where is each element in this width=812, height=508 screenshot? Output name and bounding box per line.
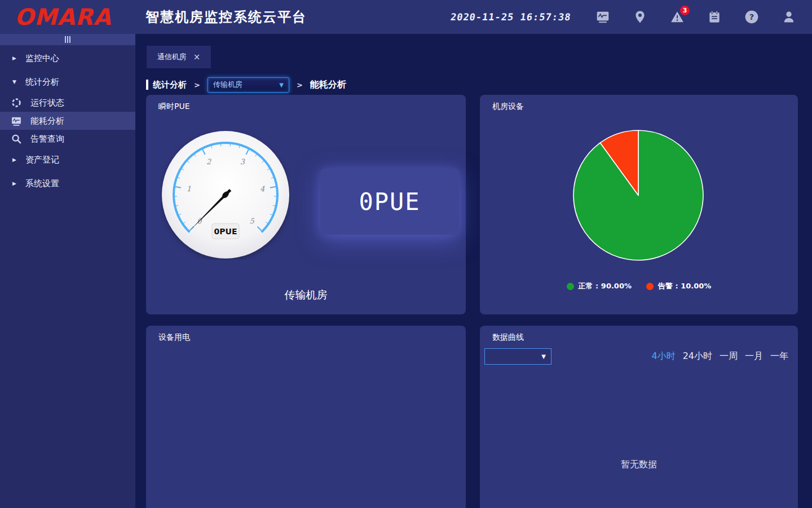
sidebar-item-label: 统计分析 — [25, 77, 59, 87]
tab-label: 通信机房 — [157, 52, 187, 62]
range-link-4h[interactable]: 4小时 — [651, 351, 675, 362]
brand-logo: OMARA — [0, 0, 135, 34]
pue-room-label: 传输机房 — [146, 288, 466, 303]
page-title: 智慧机房监控系统云平台 — [145, 8, 307, 26]
curve-metric-select[interactable]: ▼ — [484, 348, 551, 365]
status-ring-icon — [11, 98, 21, 108]
user-icon[interactable] — [782, 10, 796, 24]
legend-item-normal[interactable]: 正常 : 90.00% — [567, 281, 632, 291]
header: OMARA 智慧机房监控系统云平台 2020-11-25 16:57:38 3 — [0, 0, 812, 34]
help-icon[interactable]: ? — [744, 10, 759, 24]
sidebar: ▶ 监控中心 ▼ 统计分析 运行状态 能耗分析 — [0, 34, 135, 508]
caret-right-icon: ▶ — [12, 55, 18, 61]
legend-dot-green — [567, 283, 574, 290]
pie-legend: 正常 : 90.00% 告警 : 10.00% — [480, 281, 798, 291]
panel-title: 设备用电 — [158, 332, 190, 343]
datetime-display: 2020-11-25 16:57:38 — [449, 11, 571, 23]
svg-text:?: ? — [749, 12, 754, 21]
location-pin-icon[interactable] — [633, 10, 647, 24]
main-content: 通信机房 × 统计分析 > 传输机房 ▼ > 能耗分析 瞬时PUE 0 — [135, 34, 812, 508]
chevron-down-icon: ▼ — [279, 82, 284, 88]
search-icon — [11, 134, 21, 144]
energy-chart-icon — [11, 116, 21, 126]
caret-right-icon: ▶ — [12, 157, 18, 163]
alert-warning-icon[interactable]: 3 — [670, 10, 685, 24]
sidebar-item-label: 能耗分析 — [30, 116, 64, 126]
sidebar-item-label: 资产登记 — [25, 155, 59, 165]
sidebar-item-label: 告警查询 — [30, 134, 64, 144]
range-link-year[interactable]: 一年 — [770, 351, 788, 362]
sidebar-item-alarm-query[interactable]: 告警查询 — [0, 130, 135, 148]
svg-text:2: 2 — [206, 157, 211, 166]
range-link-week[interactable]: 一周 — [720, 351, 738, 362]
svg-text:1: 1 — [187, 185, 191, 193]
alert-count-badge: 3 — [680, 6, 690, 15]
legend-dot-red — [646, 283, 654, 290]
panel-data-curve: 数据曲线 ▼ 4小时 24小时 一周 一月 一年 暂无数据 — [480, 326, 798, 508]
close-icon[interactable]: × — [193, 53, 201, 62]
panel-device-power: 设备用电 — [146, 326, 466, 508]
panel-title: 机房设备 — [492, 102, 524, 112]
svg-text:4: 4 — [260, 185, 265, 193]
sidebar-item-running-status[interactable]: 运行状态 — [0, 94, 135, 112]
legend-label: 告警 : 10.00% — [658, 281, 711, 291]
chevron-down-icon: ▼ — [541, 353, 546, 360]
tab-communication-room[interactable]: 通信机房 × — [147, 46, 211, 68]
sidebar-item-label: 系统设置 — [25, 178, 59, 189]
breadcrumb-separator: > — [297, 81, 303, 89]
svg-text:5: 5 — [250, 217, 255, 225]
legend-item-alarm[interactable]: 告警 : 10.00% — [646, 281, 711, 291]
sidebar-item-label: 运行状态 — [30, 98, 64, 108]
sidebar-item-stats-analysis[interactable]: ▼ 统计分析 — [0, 70, 135, 94]
sidebar-item-energy-analysis[interactable]: 能耗分析 — [0, 112, 135, 130]
breadcrumb-accent-bar — [146, 80, 148, 90]
no-data-text: 暂无数据 — [480, 459, 798, 471]
panel-title: 数据曲线 — [492, 332, 524, 343]
sidebar-item-label: 监控中心 — [25, 53, 59, 64]
range-link-24h[interactable]: 24小时 — [683, 351, 712, 362]
sidebar-item-monitor-center[interactable]: ▶ 监控中心 — [0, 46, 135, 70]
room-select-value: 传输机房 — [213, 80, 279, 90]
monitor-pulse-icon[interactable] — [595, 10, 610, 24]
clipboard-icon[interactable] — [707, 10, 722, 24]
sidebar-item-asset-register[interactable]: ▶ 资产登记 — [0, 148, 135, 172]
header-toolbar: 2020-11-25 16:57:38 3 ? — [451, 10, 812, 24]
breadcrumb-page: 能耗分析 — [310, 79, 346, 91]
breadcrumb: 统计分析 > 传输机房 ▼ > 能耗分析 — [146, 77, 346, 93]
room-select[interactable]: 传输机房 ▼ — [208, 77, 289, 93]
caret-right-icon: ▶ — [12, 181, 18, 186]
pue-gauge: 012345 0PUE — [161, 130, 290, 260]
caret-down-icon: ▼ — [12, 79, 18, 85]
sidebar-item-system-settings[interactable]: ▶ 系统设置 — [0, 172, 135, 195]
breadcrumb-section: 统计分析 — [153, 80, 187, 90]
sidebar-menu: ▶ 监控中心 ▼ 统计分析 运行状态 能耗分析 — [0, 45, 135, 195]
time-range-links: 4小时 24小时 一周 一月 一年 — [651, 351, 788, 362]
pue-value-card: 0PUE — [320, 169, 459, 235]
sidebar-collapse-handle[interactable] — [0, 34, 135, 45]
breadcrumb-separator: > — [194, 81, 200, 89]
gauge-detail-text: 0PUE — [214, 227, 237, 236]
device-pie — [573, 130, 703, 260]
panel-room-devices: 机房设备 正常 : 90.00% 告警 : 10.00% — [480, 95, 798, 314]
pue-value: 0PUE — [359, 188, 420, 216]
panel-title: 瞬时PUE — [158, 102, 190, 112]
panel-instant-pue: 瞬时PUE 012345 0PUE 0PUE 传输机房 — [146, 95, 466, 314]
range-link-month[interactable]: 一月 — [745, 351, 763, 362]
legend-label: 正常 : 90.00% — [579, 281, 632, 291]
